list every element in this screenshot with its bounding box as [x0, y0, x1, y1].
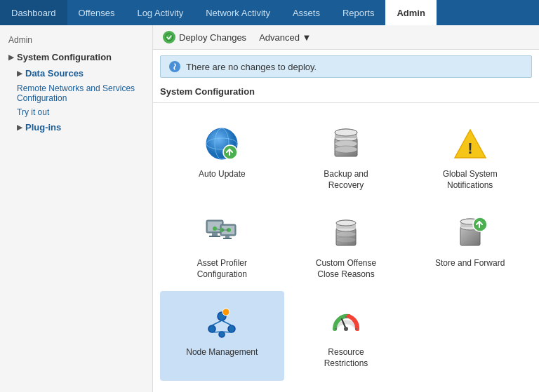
asset-profiler-label: Asset Profiler Configuration: [183, 258, 260, 280]
svg-rect-21: [225, 236, 229, 238]
main-layout: Admin System Configuration Data Sources …: [0, 25, 539, 392]
svg-point-49: [222, 309, 229, 316]
svg-point-10: [335, 129, 357, 136]
resource-restrictions-item[interactable]: Resource Restrictions: [284, 291, 408, 380]
asset-profiler-item[interactable]: Asset Profiler Configuration: [160, 202, 284, 291]
section-title: System Configuration: [153, 83, 539, 103]
node-management-item[interactable]: Node Management: [160, 291, 284, 380]
deploy-label: Deploy Changes: [179, 32, 246, 43]
svg-point-44: [219, 332, 225, 337]
sidebar-item-plug-ins[interactable]: Plug-ins: [0, 119, 152, 135]
auto-update-label: Auto Update: [199, 169, 246, 180]
nav-admin[interactable]: Admin: [385, 0, 436, 25]
sidebar-item-try-it-out[interactable]: Try it out: [0, 105, 152, 119]
sidebar-item-remote-networks[interactable]: Remote Networks and Services Configurati…: [0, 81, 152, 105]
custom-offense-label: Custom Offense Close Reasons: [307, 258, 385, 280]
deploy-icon: [163, 31, 175, 43]
svg-point-42: [208, 325, 215, 332]
backup-recovery-item[interactable]: Backup and Recovery: [284, 113, 408, 202]
store-forward-item[interactable]: Store and Forward: [408, 202, 532, 291]
auto-update-icon: [202, 124, 241, 163]
nav-assets[interactable]: Assets: [281, 0, 331, 25]
deploy-changes-button[interactable]: Deploy Changes: [160, 29, 249, 45]
auto-update-item[interactable]: Auto Update: [160, 113, 284, 202]
backup-recovery-label: Backup and Recovery: [307, 169, 385, 191]
svg-point-51: [344, 327, 348, 331]
asset-profiler-icon: [202, 213, 241, 252]
svg-line-46: [222, 320, 232, 325]
backup-recovery-icon: [326, 124, 366, 163]
svg-point-34: [336, 237, 356, 243]
svg-point-32: [336, 220, 356, 226]
nav-network-activity[interactable]: Network Activity: [194, 0, 281, 25]
global-notifications-item[interactable]: ! Global System Notifications: [408, 113, 532, 202]
advanced-button[interactable]: Advanced ▼: [256, 31, 314, 44]
status-icon: [169, 61, 180, 72]
store-forward-icon: [451, 213, 490, 252]
top-navigation: Dashboard Offenses Log Activity Network …: [0, 0, 539, 25]
svg-point-24: [213, 227, 217, 231]
resource-restrictions-icon: [326, 302, 366, 342]
toolbar: Deploy Changes Advanced ▼: [153, 25, 539, 50]
svg-point-43: [228, 325, 235, 332]
svg-point-33: [336, 231, 356, 237]
icons-grid: Auto Update: [153, 106, 539, 388]
sidebar-title: Admin: [0, 31, 152, 49]
nav-dashboard[interactable]: Dashboard: [0, 0, 67, 25]
svg-point-12: [335, 146, 357, 153]
nav-log-activity[interactable]: Log Activity: [126, 0, 194, 25]
node-management-icon: [202, 302, 241, 342]
sidebar: Admin System Configuration Data Sources …: [0, 25, 153, 392]
svg-line-45: [212, 320, 222, 325]
node-management-label: Node Management: [186, 347, 258, 358]
nav-reports[interactable]: Reports: [331, 0, 386, 25]
resource-restrictions-label: Resource Restrictions: [307, 347, 385, 369]
sidebar-item-data-sources[interactable]: Data Sources: [0, 65, 152, 81]
sidebar-item-system-config[interactable]: System Configuration: [0, 49, 152, 65]
store-forward-label: Store and Forward: [435, 258, 505, 269]
svg-rect-22: [223, 238, 232, 239]
global-notifications-icon: !: [451, 124, 490, 163]
custom-offense-icon: [326, 213, 366, 252]
svg-rect-17: [212, 233, 218, 236]
svg-rect-18: [209, 236, 220, 237]
status-message: There are no changes to deploy.: [186, 62, 317, 72]
status-bar: There are no changes to deploy.: [160, 55, 532, 78]
svg-line-47: [212, 332, 222, 332]
svg-line-48: [222, 332, 232, 332]
svg-text:!: !: [467, 140, 472, 157]
content-area: Deploy Changes Advanced ▼ There are no c…: [153, 25, 539, 392]
custom-offense-item[interactable]: Custom Offense Close Reasons: [284, 202, 408, 291]
advanced-label: Advanced ▼: [259, 32, 311, 43]
global-notifications-label: Global System Notifications: [432, 169, 509, 191]
nav-offenses[interactable]: Offenses: [67, 0, 126, 25]
